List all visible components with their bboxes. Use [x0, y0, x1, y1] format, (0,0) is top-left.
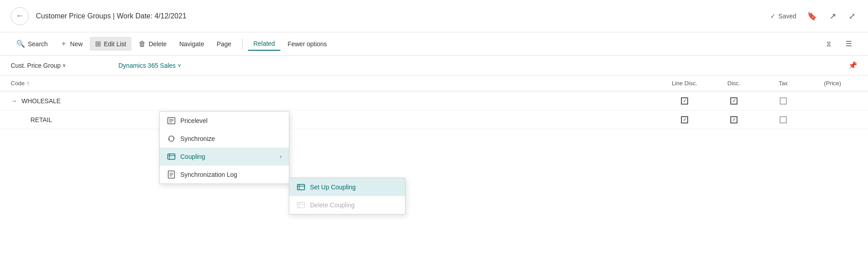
secondary-dropdown-menu: Set Up Coupling Delete Coupling — [289, 178, 406, 214]
table-area: → WHOLESALE ✓ ✓ RETAIL ✓ ✓ — [0, 92, 868, 129]
table-row[interactable]: RETAIL ✓ ✓ — [0, 110, 868, 129]
pricelevel-label: Pricelevel — [180, 117, 282, 124]
filter-button[interactable]: ⧖ — [821, 37, 837, 51]
row-code: WHOLESALE — [22, 97, 118, 105]
header-actions: ✓ Saved 🔖 ↗ ⤢ — [770, 9, 857, 23]
tax-checkbox[interactable] — [780, 116, 787, 123]
tax-label: Tax — [779, 80, 788, 87]
fewer-options-label: Fewer options — [288, 40, 327, 48]
expand-button[interactable]: ⤢ — [847, 9, 857, 23]
delete-coupling-label: Delete Coupling — [310, 201, 398, 209]
coupling-label: Coupling — [180, 153, 275, 160]
line-disc-checkbox[interactable]: ✓ — [681, 97, 688, 105]
related-button[interactable]: Related — [248, 37, 280, 51]
new-label: New — [70, 40, 83, 48]
disc-label: Disc. — [728, 80, 741, 87]
menu-item-coupling[interactable]: Coupling › — [160, 148, 289, 166]
menu-item-set-up-coupling[interactable]: Set Up Coupling — [289, 178, 405, 196]
code-col-label: Code — [11, 80, 25, 87]
code-col-header[interactable]: Code ↑ — [11, 80, 118, 87]
delete-button[interactable]: 🗑 Delete — [133, 37, 172, 51]
filter-icon: ⧖ — [826, 40, 831, 48]
tax-col-header[interactable]: Tax — [759, 80, 808, 87]
page-header: ← Customer Price Groups | Work Date: 4/1… — [0, 0, 868, 32]
table-column-headers: Code ↑ Line Disc. Disc. Tax (Price) — [0, 75, 868, 92]
sync-log-label: Synchronization Log — [180, 171, 282, 178]
menu-item-synchronize[interactable]: Synchronize — [160, 130, 289, 148]
saved-label: Saved — [778, 13, 796, 20]
disc-col-header[interactable]: Disc. — [709, 80, 759, 87]
tax-cell[interactable] — [759, 116, 808, 123]
tax-checkbox[interactable] — [780, 97, 787, 105]
menu-item-delete-coupling[interactable]: Delete Coupling — [289, 196, 405, 214]
price-label: (Price) — [824, 80, 841, 87]
disc-cell[interactable]: ✓ — [709, 97, 759, 105]
pin-icon[interactable]: 📌 — [848, 61, 857, 70]
navigate-label: Navigate — [179, 40, 204, 48]
set-up-coupling-icon — [297, 183, 305, 192]
dynamics-col-header[interactable]: Dynamics 365 Sales ∨ — [118, 62, 244, 69]
row-right: ✓ ✓ — [660, 97, 857, 105]
coupling-icon — [167, 152, 176, 161]
search-icon: 🔍 — [16, 39, 25, 48]
row-arrow-icon: → — [11, 97, 20, 105]
sync-log-icon — [167, 170, 176, 179]
set-up-coupling-label: Set Up Coupling — [310, 184, 398, 191]
delete-coupling-icon — [297, 201, 305, 210]
line-disc-label: Line Disc. — [672, 80, 697, 87]
sync-icon — [167, 134, 176, 143]
cust-price-group-label: Cust. Price Group — [11, 62, 61, 69]
svg-rect-6 — [168, 154, 175, 159]
tax-cell[interactable] — [759, 97, 808, 105]
col-headers-right: Line Disc. Disc. Tax (Price) — [660, 80, 857, 87]
toolbar-right: ⧖ ☰ — [821, 37, 857, 51]
price-col-header[interactable]: (Price) — [808, 80, 857, 87]
disc-checkbox[interactable]: ✓ — [730, 97, 737, 105]
saved-check-icon: ✓ — [770, 13, 776, 20]
search-button[interactable]: 🔍 Search — [11, 37, 53, 51]
navigate-button[interactable]: Navigate — [174, 38, 209, 50]
page-title: Customer Price Groups | Work Date: 4/12/… — [36, 12, 770, 20]
row-code: RETAIL — [22, 116, 118, 123]
pricelevel-icon — [167, 116, 176, 125]
disc-cell[interactable]: ✓ — [709, 116, 759, 123]
saved-indicator: ✓ Saved — [770, 13, 796, 20]
svg-rect-13 — [297, 184, 305, 190]
group-col-dropdown-icon: ∨ — [62, 62, 66, 68]
menu-item-pricelevel[interactable]: Pricelevel — [160, 112, 289, 130]
line-disc-checkbox[interactable]: ✓ — [681, 116, 688, 123]
column-group-headers: Cust. Price Group ∨ Dynamics 365 Sales ∨… — [0, 56, 868, 75]
line-disc-cell[interactable]: ✓ — [660, 116, 709, 123]
dynamics-label: Dynamics 365 Sales — [118, 62, 176, 69]
related-label: Related — [253, 40, 275, 47]
row-right: ✓ ✓ — [660, 116, 857, 123]
primary-dropdown-menu: Pricelevel Synchronize — [159, 111, 289, 184]
table-row[interactable]: → WHOLESALE ✓ ✓ — [0, 92, 868, 110]
edit-list-icon: ⊞ — [95, 39, 101, 48]
dynamics-dropdown-icon: ∨ — [178, 62, 181, 68]
new-button[interactable]: ＋ New — [55, 36, 88, 51]
synchronize-label: Synchronize — [180, 135, 282, 142]
back-button[interactable]: ← — [11, 7, 29, 25]
toolbar-divider — [242, 39, 243, 49]
fewer-options-button[interactable]: Fewer options — [282, 38, 332, 50]
share-button[interactable]: ↗ — [828, 9, 838, 23]
column-chooser-icon: ☰ — [846, 39, 852, 48]
delete-label: Delete — [148, 40, 166, 48]
svg-rect-16 — [297, 202, 305, 208]
coupling-submenu-arrow: › — [280, 153, 282, 160]
menu-item-sync-log[interactable]: Synchronization Log — [160, 166, 289, 184]
toolbar: 🔍 Search ＋ New ⊞ Edit List 🗑 Delete Navi… — [0, 32, 868, 56]
disc-checkbox[interactable]: ✓ — [730, 116, 737, 123]
plus-icon: ＋ — [60, 39, 67, 48]
edit-list-button[interactable]: ⊞ Edit List — [90, 37, 131, 51]
line-disc-cell[interactable]: ✓ — [660, 97, 709, 105]
sort-indicator: ↑ — [26, 80, 30, 87]
trash-icon: 🗑 — [139, 40, 146, 48]
line-disc-col-header[interactable]: Line Disc. — [660, 80, 709, 87]
column-chooser-button[interactable]: ☰ — [840, 37, 857, 51]
bookmark-button[interactable]: 🔖 — [805, 9, 819, 23]
edit-list-label: Edit List — [104, 40, 126, 48]
cust-price-group-col-header[interactable]: Cust. Price Group ∨ — [11, 62, 118, 69]
page-button[interactable]: Page — [211, 38, 237, 50]
